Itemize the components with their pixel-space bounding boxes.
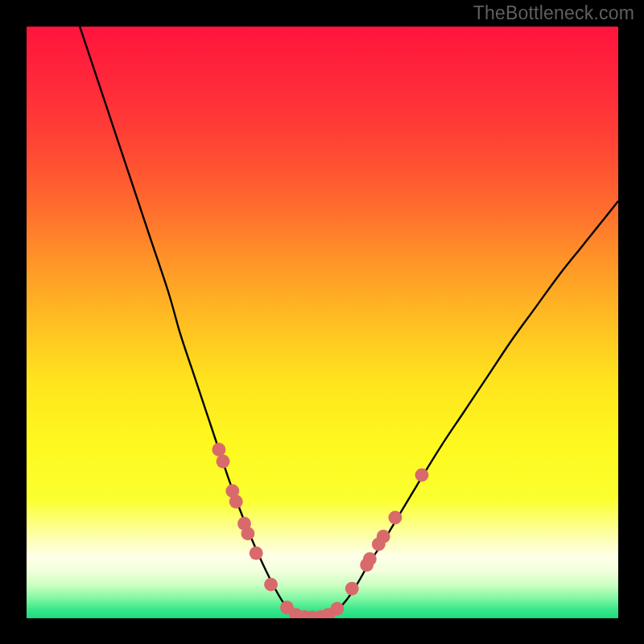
data-marker bbox=[250, 547, 263, 560]
data-marker bbox=[217, 455, 230, 469]
chart-svg bbox=[27, 27, 618, 618]
data-marker bbox=[229, 495, 243, 509]
bottleneck-curve bbox=[80, 27, 618, 617]
data-marker bbox=[264, 578, 278, 592]
markers-group bbox=[212, 443, 428, 618]
data-marker bbox=[388, 511, 402, 525]
series-group bbox=[80, 27, 618, 617]
data-marker bbox=[212, 443, 225, 456]
data-marker bbox=[345, 582, 359, 596]
plot-area bbox=[27, 27, 618, 618]
data-marker bbox=[415, 469, 429, 482]
watermark-text: TheBottleneck.com bbox=[473, 2, 634, 24]
data-marker bbox=[363, 552, 377, 566]
chart-frame: TheBottleneck.com bbox=[0, 0, 644, 644]
data-marker bbox=[241, 526, 254, 540]
data-marker bbox=[330, 602, 344, 616]
data-marker bbox=[377, 530, 390, 543]
